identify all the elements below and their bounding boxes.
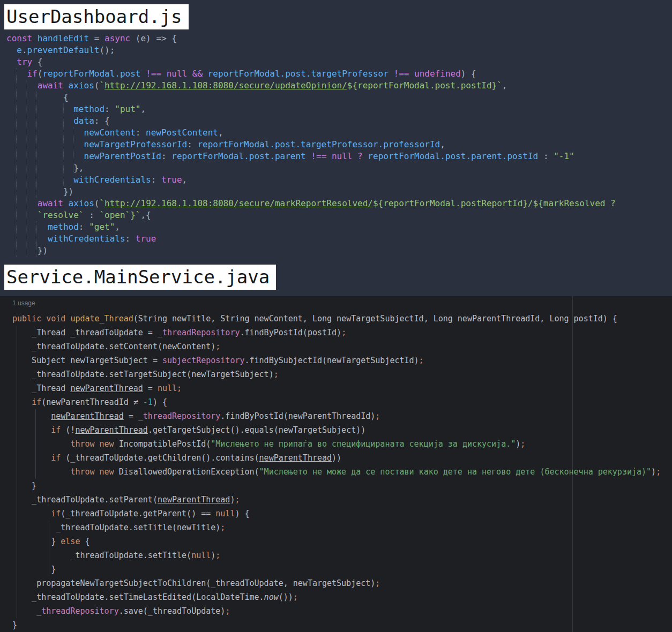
code-line: } xyxy=(12,479,661,493)
code-line: await axios(`http://192.168.1.108:8080/s… xyxy=(6,198,616,209)
code-line: }) xyxy=(6,186,616,198)
java-editor-section: 1 usage public void update_Thread(String… xyxy=(0,296,672,632)
code-line: _threadToUpdate.setTitle(null); xyxy=(12,548,661,562)
code-line: } xyxy=(12,562,661,576)
code-line: newParentThread = _threadRepository.find… xyxy=(12,409,661,423)
code-line: if(_threadToUpdate.getParent() == null) … xyxy=(12,507,661,521)
file-title-userdashboard: UserDashboard.js xyxy=(4,4,189,29)
code-line: _threadToUpdate.setTimeLastEdited(LocalD… xyxy=(12,590,661,604)
code-line: newTargetProfessorId: reportForModal.pos… xyxy=(6,139,616,151)
code-line: Subject newTargetSubject = subjectReposi… xyxy=(12,353,661,367)
code-line: } else { xyxy=(12,535,661,548)
code-line: }) xyxy=(6,245,616,257)
code-line: if(reportForModal.post !== null && repor… xyxy=(6,68,616,80)
code-line: _threadToUpdate.setParent(newParentThrea… xyxy=(12,493,661,507)
file-title-mainservice: Service.MainService.java xyxy=(4,265,276,290)
usage-inlay-hint[interactable]: 1 usage xyxy=(12,299,35,307)
code-line: const handleEdit = async (e) => { xyxy=(6,33,616,44)
code-line: e.preventDefault(); xyxy=(6,44,616,56)
code-line: _Thread newParentThread = null; xyxy=(12,381,661,395)
js-editor-section: UserDashboard.js const handleEdit = asyn… xyxy=(0,0,672,296)
code-line: } xyxy=(12,618,661,632)
code-line: throw new DisallowedOperationException("… xyxy=(12,465,661,479)
java-code-block[interactable]: public void update_Thread(String newTitl… xyxy=(12,312,661,632)
code-line: _Thread _threadToUpdate = _threadReposit… xyxy=(12,326,661,340)
code-line: data: { xyxy=(6,115,616,127)
code-line: if(newParentThreadId ≠ -1) { xyxy=(12,395,661,409)
code-line: `resolve` : `open`}`,{ xyxy=(6,209,616,221)
code-line: method: "get", xyxy=(6,221,616,233)
code-line: throw new IncompatiblePostId("Мислењето … xyxy=(12,437,661,451)
code-line: try { xyxy=(6,56,616,68)
code-line: method: "put", xyxy=(6,103,616,115)
code-line: propagateNewTargetSubjectToChildren(_thr… xyxy=(12,576,661,590)
code-line: _threadRepository.save(_threadToUpdate); xyxy=(12,604,661,618)
code-line: { xyxy=(6,92,616,103)
code-line: if (_threadToUpdate.getChildren().contai… xyxy=(12,451,661,465)
code-line: withCredentials: true xyxy=(6,233,616,245)
code-line: newParentPostId: reportForModal.post.par… xyxy=(6,151,616,162)
code-line: if (!newParentThread.getTargetSubject().… xyxy=(12,423,661,437)
code-line: await axios(`http://192.168.1.108:8080/s… xyxy=(6,80,616,92)
code-line: public void update_Thread(String newTitl… xyxy=(12,312,661,326)
code-line: _threadToUpdate.setTitle(newTitle); xyxy=(12,521,661,535)
js-code-block[interactable]: const handleEdit = async (e) => { e.prev… xyxy=(6,33,616,257)
code-line: withCredentials: true, xyxy=(6,174,616,186)
code-line: }, xyxy=(6,162,616,174)
code-line: _threadToUpdate.setContent(newContent); xyxy=(12,340,661,353)
code-line: _threadToUpdate.setTargetSubject(newTarg… xyxy=(12,367,661,381)
code-line: newContent: newPostContent, xyxy=(6,127,616,139)
